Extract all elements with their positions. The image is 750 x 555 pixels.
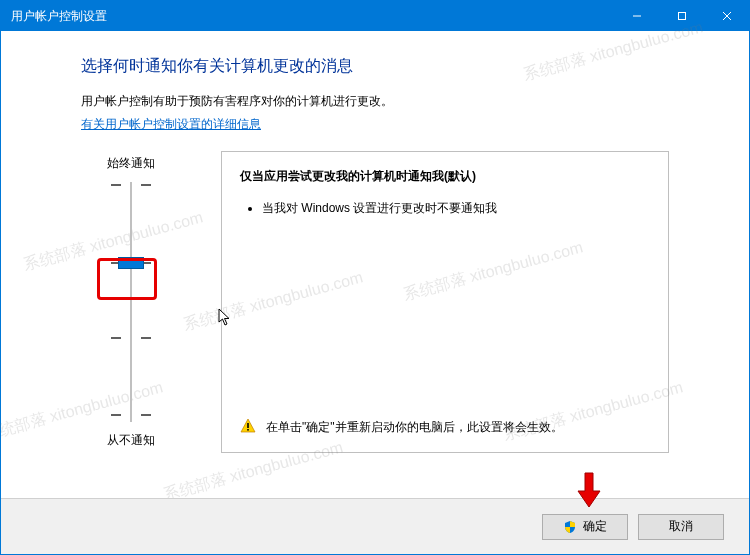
ok-button-label: 确定 [583,518,607,535]
help-link[interactable]: 有关用户帐户控制设置的详细信息 [81,116,261,133]
warning-icon [240,418,256,434]
uac-settings-window: 用户帐户控制设置 系统部落 xitongbuluo.com 系统部落 xiton… [0,0,750,555]
slider-bottom-label: 从不通知 [107,432,155,449]
window-title: 用户帐户控制设置 [11,8,614,25]
svg-rect-5 [247,423,249,428]
warning-text: 在单击"确定"并重新启动你的电脑后，此设置将会生效。 [266,418,563,436]
svg-rect-1 [678,13,685,20]
warning-row: 在单击"确定"并重新启动你的电脑后，此设置将会生效。 [240,418,650,436]
slider-track-line [130,182,132,422]
slider-thumb[interactable] [118,257,144,269]
footer: 确定 取消 [1,498,749,554]
titlebar: 用户帐户控制设置 [1,1,749,31]
shield-icon [563,520,577,534]
body-row: 始终通知 从不通知 仅当应用尝试更改我的计算机时通知我(默认) 当我对 Wind… [81,151,669,453]
window-controls [614,1,749,31]
info-bullet-list: 当我对 Windows 设置进行更改时不要通知我 [262,199,650,223]
slider-tick [111,184,151,186]
cancel-button-label: 取消 [669,518,693,535]
slider-top-label: 始终通知 [107,155,155,172]
slider-column: 始终通知 从不通知 [81,151,181,453]
content-area: 系统部落 xitongbuluo.com 系统部落 xitongbuluo.co… [1,31,749,498]
uac-slider[interactable] [111,182,151,422]
close-button[interactable] [704,1,749,31]
minimize-button[interactable] [614,1,659,31]
info-bullet: 当我对 Windows 设置进行更改时不要通知我 [262,199,650,217]
svg-rect-6 [247,429,249,431]
maximize-button[interactable] [659,1,704,31]
description-text: 用户帐户控制有助于预防有害程序对你的计算机进行更改。 [81,93,669,110]
cancel-button[interactable]: 取消 [638,514,724,540]
info-panel: 仅当应用尝试更改我的计算机时通知我(默认) 当我对 Windows 设置进行更改… [221,151,669,453]
slider-tick [111,337,151,339]
ok-button[interactable]: 确定 [542,514,628,540]
slider-tick [111,414,151,416]
page-heading: 选择何时通知你有关计算机更改的消息 [81,56,669,77]
info-title: 仅当应用尝试更改我的计算机时通知我(默认) [240,168,650,185]
